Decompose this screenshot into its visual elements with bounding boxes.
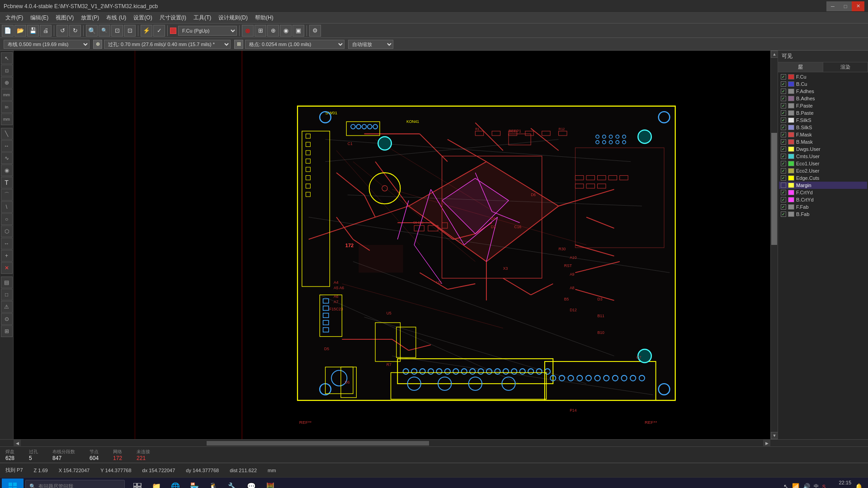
open-button[interactable]: 📂 xyxy=(14,25,26,37)
tray-wifi[interactable]: 📶 xyxy=(792,483,799,488)
scroll-thumb[interactable] xyxy=(771,133,777,245)
layer-checkbox-19[interactable]: ✓ xyxy=(781,211,786,217)
layer-checkbox-6[interactable]: ✓ xyxy=(781,117,786,123)
grid-button[interactable]: ⊞ xyxy=(255,25,266,37)
layer-checkbox-5[interactable]: ✓ xyxy=(781,110,786,116)
3d-view[interactable]: ⊙ xyxy=(1,313,13,325)
layer-item-f-fab[interactable]: ✓F.Fab xyxy=(779,203,867,211)
layer-item-f-crtyd[interactable]: ✓F.CrtYd xyxy=(779,189,867,196)
add-via[interactable]: ◉ xyxy=(1,164,13,176)
layer-checkbox-8[interactable]: ✓ xyxy=(781,132,786,137)
redo-button[interactable]: ↻ xyxy=(69,25,81,37)
tune-length[interactable]: ∿ xyxy=(1,152,13,164)
menu-place[interactable]: 放置(P) xyxy=(77,13,103,23)
layer-checkbox-9[interactable]: ✓ xyxy=(781,139,786,145)
layer-checkbox-15[interactable] xyxy=(781,183,786,188)
menu-dimensions[interactable]: 尺寸设置(I) xyxy=(156,13,190,23)
menu-settings[interactable]: 设置(O) xyxy=(130,13,156,23)
layer-checkbox-14[interactable]: ✓ xyxy=(781,175,786,181)
polar-button[interactable]: ◉ xyxy=(280,25,292,37)
layer-item-f-cu[interactable]: ✓F.Cu xyxy=(779,73,867,80)
minimize-button[interactable]: ─ xyxy=(826,1,839,11)
layer-item-eco1-user[interactable]: ✓Eco1.User xyxy=(779,160,867,167)
zoom-select[interactable]: 自动缩放 xyxy=(348,40,393,49)
grid-select[interactable]: 格点: 0.0254 mm (1.00 mils) xyxy=(245,40,344,49)
hscroll-track[interactable] xyxy=(21,441,763,446)
clock[interactable]: 22:15 2017/1/19 xyxy=(829,479,851,488)
print-button[interactable]: 🖨 xyxy=(40,25,52,37)
layer-item-b-adhes[interactable]: ✓B.Adhes xyxy=(779,95,867,102)
taskbar-edge[interactable]: 🌐 xyxy=(166,479,184,488)
maximize-button[interactable]: □ xyxy=(839,1,852,11)
highlight-tool[interactable]: ⊕ xyxy=(1,77,13,89)
start-button[interactable] xyxy=(2,479,24,488)
layer-checkbox-7[interactable]: ✓ xyxy=(781,125,786,130)
task-search-box[interactable]: 🔍 有问题尽管问我 xyxy=(25,480,125,488)
layer-tab-render[interactable]: 渲染 xyxy=(823,62,868,72)
drc-run-button[interactable]: ⊗ xyxy=(242,25,254,37)
layer-checkbox-2[interactable]: ✓ xyxy=(781,89,786,94)
layer-item-f-adhes[interactable]: ✓F.Adhes xyxy=(779,88,867,95)
scroll-up-arrow[interactable]: ▲ xyxy=(771,51,778,58)
menu-help[interactable]: 帮助(H) xyxy=(251,13,277,23)
undo-button[interactable]: ↺ xyxy=(57,25,68,37)
pcb-canvas-area[interactable]: SW01 C1 R1 xyxy=(14,51,770,439)
cursor-tool[interactable]: ↖ xyxy=(1,52,13,64)
layer-item-margin[interactable]: Margin xyxy=(779,182,867,189)
layer-item-b-crtyd[interactable]: ✓B.CrtYd xyxy=(779,196,867,203)
layer-checkbox-1[interactable]: ✓ xyxy=(781,81,786,87)
tray-notification[interactable]: 🔔 xyxy=(855,483,863,488)
menu-design-rules[interactable]: 设计规则(D) xyxy=(215,13,251,23)
layer-checkbox-13[interactable]: ✓ xyxy=(781,168,786,174)
layer-checkbox-10[interactable]: ✓ xyxy=(781,146,786,152)
script-button[interactable]: ⚙ xyxy=(309,25,321,37)
add-module[interactable]: + xyxy=(1,250,13,262)
layer-item-b-fab[interactable]: ✓B.Fab xyxy=(779,211,867,218)
hscroll-thumb[interactable] xyxy=(207,441,429,446)
draw-circle[interactable]: ○ xyxy=(1,213,13,225)
tray-volume[interactable]: 🔊 xyxy=(803,483,810,488)
scroll-right-arrow[interactable]: ▶ xyxy=(763,440,770,447)
add-dimension[interactable]: ↔ xyxy=(1,238,13,249)
local-ratsnest-tool[interactable]: ⊡ xyxy=(1,65,13,76)
close-button[interactable]: ✕ xyxy=(852,1,864,11)
zoom-area-button[interactable]: ⊡ xyxy=(124,25,136,37)
layer-select[interactable]: F.Cu (PgUp) B.Cu xyxy=(178,26,237,36)
menu-route[interactable]: 布线 (U) xyxy=(103,13,130,23)
layer-item-b-mask[interactable]: ✓B.Mask xyxy=(779,138,867,145)
layer-item-b-cu[interactable]: ✓B.Cu xyxy=(779,80,867,88)
add-text[interactable]: T xyxy=(1,177,13,188)
add-arc[interactable]: ⌒ xyxy=(1,189,13,201)
tray-lang[interactable]: 中 xyxy=(814,483,819,488)
measure-in[interactable]: In xyxy=(1,101,13,113)
zoom-out-button[interactable]: 🔍 xyxy=(99,25,110,37)
new-button[interactable]: 📄 xyxy=(2,25,14,37)
via-size-select[interactable]: 过孔: 0.70 mm (27.6 mils)/ 0.40 mm (15.7 m… xyxy=(104,40,231,49)
drc-button[interactable]: ✓ xyxy=(153,25,165,37)
layer-item-f-paste[interactable]: ✓F.Paste xyxy=(779,102,867,109)
taskbar-calculator[interactable]: 🧮 xyxy=(261,479,279,488)
grid-overlay-button[interactable]: ⊕ xyxy=(267,25,279,37)
grid-settings[interactable]: ⊞ xyxy=(1,325,13,337)
zoom-in-button[interactable]: 🔍 xyxy=(86,25,98,37)
delete-tool[interactable]: ✕ xyxy=(1,262,13,274)
route-differential[interactable]: ↔ xyxy=(1,140,13,152)
fill-zone[interactable]: ▤ xyxy=(1,277,13,288)
draw-line[interactable]: \ xyxy=(1,201,13,213)
layer-checkbox-11[interactable]: ✓ xyxy=(781,154,786,159)
layer-checkbox-17[interactable]: ✓ xyxy=(781,197,786,202)
zoom-fit-button[interactable]: ⊡ xyxy=(111,25,123,37)
menu-file[interactable]: 文件(F) xyxy=(2,13,27,23)
draw-polygon[interactable]: ⬡ xyxy=(1,225,13,237)
menu-edit[interactable]: 编辑(E) xyxy=(27,13,52,23)
layer-checkbox-3[interactable]: ✓ xyxy=(781,96,786,101)
layer-checkbox-12[interactable]: ✓ xyxy=(781,161,786,166)
save-button[interactable]: 💾 xyxy=(27,25,39,37)
unfill-zone[interactable]: □ xyxy=(1,289,13,300)
taskbar-file-explorer[interactable]: 📁 xyxy=(147,479,165,488)
scroll-down-arrow[interactable]: ▼ xyxy=(771,432,778,439)
layer-item-dwgs-user[interactable]: ✓Dwgs.User xyxy=(779,145,867,153)
menu-tools[interactable]: 工具(T) xyxy=(190,13,215,23)
taskbar-appicon6[interactable]: 💬 xyxy=(242,479,260,488)
show-hide-button[interactable]: ▣ xyxy=(292,25,304,37)
